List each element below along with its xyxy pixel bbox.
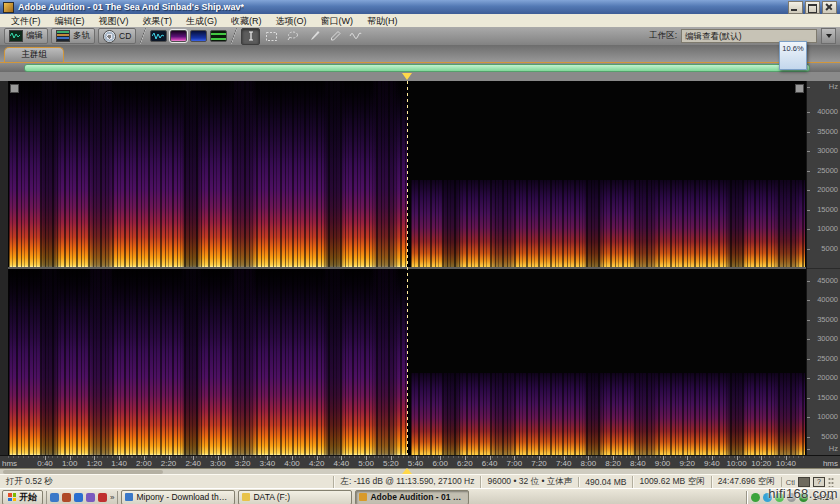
frequency-tick <box>807 249 810 250</box>
main-toolbar: 编辑 多轨 CD 工作区: 编辑查看(默认) <box>0 27 840 46</box>
frequency-axis-left-channel: Hz40000350003000025000200001500010000500… <box>807 81 840 268</box>
toolbar-separator <box>230 28 238 44</box>
playhead-handle-top[interactable] <box>402 73 412 80</box>
menu-item[interactable]: 选项(O) <box>269 15 314 27</box>
menu-item[interactable]: 帮助(H) <box>360 15 405 27</box>
frequency-tick <box>807 281 810 282</box>
frequency-tick <box>807 449 810 450</box>
effects-paintbrush-tool[interactable] <box>304 28 323 45</box>
spectral-content-after-cursor <box>411 373 805 455</box>
menu-item[interactable]: 效果(T) <box>136 15 180 27</box>
frequency-tick-label: 15000 <box>817 394 838 402</box>
horizontal-zoom-scrollbar[interactable] <box>24 64 810 72</box>
menu-item[interactable]: 窗口(W) <box>314 15 361 27</box>
playhead-handle-bottom[interactable] <box>402 468 412 474</box>
time-tick-label: 6:00 <box>432 459 448 468</box>
spectral-content-after-cursor <box>411 180 805 267</box>
frequency-tick-label: 10000 <box>817 413 838 421</box>
frequency-tick-label: 45000 <box>817 277 838 285</box>
folder-task-icon <box>242 493 250 501</box>
zoom-scroll-row <box>0 63 840 72</box>
adobe-audition-window: Adobe Audition - 01 The Sea And Sinbad's… <box>0 0 840 504</box>
menu-item[interactable]: 视图(V) <box>92 15 136 27</box>
spectral-pan-view-button[interactable] <box>190 30 207 42</box>
menu-item[interactable]: 收藏(R) <box>224 15 269 27</box>
frequency-tick-label: 20000 <box>817 186 838 194</box>
time-tick-label: 4:20 <box>309 459 325 468</box>
task-button-label: Mipony - Download the p... <box>136 492 231 502</box>
menu-item[interactable]: 生成(G) <box>179 15 224 27</box>
cd-label: CD <box>119 31 131 41</box>
frequency-axis-right-channel: 4500040000350003000025000200001500010000… <box>807 268 840 456</box>
time-selection-tool[interactable] <box>241 28 260 45</box>
multitrack-icon <box>56 30 70 42</box>
frequency-tick-label: 30000 <box>817 335 838 343</box>
spectral-content-before-cursor <box>9 269 407 455</box>
time-tick-label: 2:20 <box>161 459 177 468</box>
frequency-axis: Hz40000350003000025000200001500010000500… <box>806 81 840 455</box>
time-ruler[interactable]: hms 0:401:001:201:402:002:202:403:003:20… <box>0 455 840 469</box>
menu-bar: 文件(F)编辑(E)视图(V)效果(T)生成(G)收藏(R)选项(O)窗口(W)… <box>0 14 840 28</box>
workspace-dropdown-button[interactable] <box>821 28 836 44</box>
frequency-tick-label: 30000 <box>817 147 838 155</box>
frequency-tick <box>807 320 810 321</box>
time-tick-label: 1:00 <box>62 459 78 468</box>
frequency-tick-label: Hz <box>829 83 838 91</box>
tab-main-group[interactable]: 主群组 <box>4 47 64 62</box>
media-player-icon[interactable] <box>62 493 71 502</box>
edit-view-button[interactable]: 编辑 <box>4 28 48 44</box>
messenger-icon[interactable] <box>86 493 95 502</box>
multitrack-view-button[interactable]: 多轨 <box>51 28 95 44</box>
quick-launch-overflow-icon[interactable]: » <box>110 493 114 502</box>
workspace-selector: 工作区: 编辑查看(默认) <box>649 28 836 44</box>
minimize-button[interactable] <box>788 1 803 14</box>
app-icon <box>3 2 14 13</box>
close-button[interactable] <box>822 1 837 14</box>
status-open-time: 打开 0.52 秒 <box>0 476 333 488</box>
frequency-tick-label: 20000 <box>817 374 838 382</box>
playhead-cursor[interactable] <box>407 81 408 455</box>
browser-icon[interactable] <box>50 493 59 502</box>
ie-icon[interactable] <box>74 493 83 502</box>
zoom-ratio-tooltip: 10.6% <box>779 41 807 70</box>
time-tick-label: 2:00 <box>136 459 152 468</box>
waveform-edit-icon <box>9 30 23 42</box>
frequency-tick <box>807 210 810 211</box>
marquee-selection-tool[interactable] <box>262 28 281 45</box>
frequency-tick-label: 35000 <box>817 316 838 324</box>
time-tick-label: 0:40 <box>37 459 53 468</box>
lasso-selection-tool[interactable] <box>283 28 302 45</box>
scrub-tool[interactable] <box>346 28 365 45</box>
start-button[interactable]: 开始 <box>2 490 43 504</box>
menu-item[interactable]: 文件(F) <box>4 15 48 27</box>
time-tick-label: 5:40 <box>408 459 424 468</box>
security-icon[interactable] <box>98 493 107 502</box>
start-label: 开始 <box>19 491 37 504</box>
frequency-tick <box>807 339 810 340</box>
cd-view-button[interactable]: CD <box>98 28 136 44</box>
frequency-tick <box>807 300 810 301</box>
view-mode-buttons <box>150 30 227 42</box>
panel-corner-icon[interactable] <box>795 84 804 93</box>
panel-corner-icon[interactable] <box>10 84 19 93</box>
spot-healing-brush-tool[interactable] <box>325 28 344 45</box>
mipony-task-icon <box>125 493 133 501</box>
menu-item[interactable]: 编辑(E) <box>48 15 92 27</box>
status-file-size: 490.04 MB <box>578 477 632 487</box>
windows-taskbar: 开始 » Mipony - Download the p...DATA (F:)… <box>0 488 840 504</box>
time-tick-label: 9:40 <box>704 459 720 468</box>
taskbar-task-button[interactable]: Adobe Audition - 01 The ... <box>355 490 469 504</box>
taskbar-task-button[interactable]: Mipony - Download the p... <box>121 490 235 504</box>
taskbar-task-button[interactable]: DATA (F:) <box>238 490 352 504</box>
window-title: Adobe Audition - 01 The Sea And Sinbad's… <box>18 2 244 12</box>
tool-buttons <box>241 28 365 45</box>
emule-tray-icon[interactable] <box>751 493 760 502</box>
spectral-frequency-view-button[interactable] <box>170 30 187 42</box>
frequency-tick <box>807 132 810 133</box>
time-tick-label: 7:00 <box>507 459 523 468</box>
workspace-label: 工作区: <box>649 30 677 42</box>
waveform-view-button[interactable] <box>150 30 167 42</box>
maximize-button[interactable] <box>805 1 820 14</box>
spectral-phase-view-button[interactable] <box>210 30 227 42</box>
windows-logo-icon <box>8 493 16 501</box>
